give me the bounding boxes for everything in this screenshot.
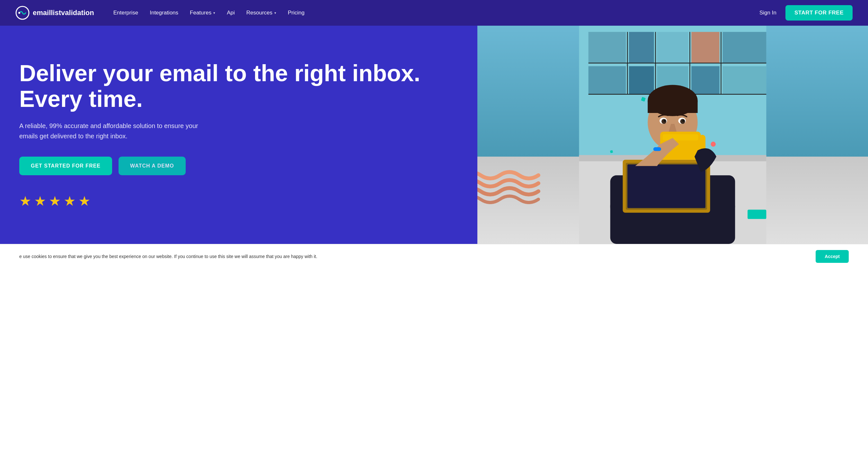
hero-subtitle: A reliable, 99% accurate and affordable … bbox=[19, 121, 212, 141]
start-free-button[interactable]: START FOR FREE bbox=[785, 5, 852, 21]
nav-links: Enterprise Integrations Features ▾ Api R… bbox=[114, 10, 760, 16]
svg-point-34 bbox=[682, 120, 684, 122]
nav-right: Sign In START FOR FREE bbox=[760, 5, 852, 21]
svg-rect-4 bbox=[629, 32, 654, 63]
svg-rect-3 bbox=[589, 32, 626, 63]
star-1: ★ bbox=[19, 193, 31, 209]
hero-buttons: GET STARTED FOR FREE WATCH A DEMO bbox=[19, 157, 477, 175]
hero-title: Deliver your email to the right inbox. E… bbox=[19, 61, 477, 111]
svg-rect-7 bbox=[629, 66, 654, 94]
features-chevron-icon: ▾ bbox=[213, 11, 215, 15]
svg-rect-10 bbox=[722, 32, 766, 63]
star-3: ★ bbox=[49, 193, 61, 209]
svg-point-33 bbox=[664, 120, 665, 122]
nav-enterprise[interactable]: Enterprise bbox=[114, 10, 138, 16]
star-5: ★ bbox=[79, 193, 91, 209]
svg-rect-25 bbox=[627, 164, 706, 208]
star-2: ★ bbox=[34, 193, 46, 209]
nav-features[interactable]: Features ▾ bbox=[190, 10, 215, 16]
svg-rect-38 bbox=[653, 147, 661, 151]
stars-rating: ★ ★ ★ ★ ★ bbox=[19, 193, 477, 209]
resources-chevron-icon: ▾ bbox=[274, 11, 276, 15]
svg-rect-6 bbox=[589, 66, 626, 94]
sign-in-link[interactable]: Sign In bbox=[760, 10, 776, 16]
watch-demo-button[interactable]: WATCH A DEMO bbox=[119, 157, 186, 175]
svg-rect-12 bbox=[722, 66, 766, 94]
logo-icon bbox=[16, 6, 30, 20]
star-4: ★ bbox=[64, 193, 76, 209]
cookie-banner: e use cookies to ensure that we give you… bbox=[0, 244, 868, 269]
logo-text: emaillistvalidation bbox=[33, 9, 94, 17]
hero-person-illustration bbox=[477, 26, 868, 244]
cookie-text: e use cookies to ensure that we give you… bbox=[19, 253, 806, 260]
hero-section: Deliver your email to the right inbox. E… bbox=[0, 26, 868, 244]
svg-point-1 bbox=[18, 12, 20, 14]
nav-integrations[interactable]: Integrations bbox=[150, 10, 178, 16]
svg-rect-5 bbox=[657, 32, 688, 63]
svg-rect-9 bbox=[691, 32, 719, 63]
get-started-button[interactable]: GET STARTED FOR FREE bbox=[19, 157, 112, 175]
cookie-accept-button[interactable]: Accept bbox=[816, 250, 849, 263]
svg-rect-11 bbox=[691, 66, 719, 94]
svg-point-40 bbox=[711, 141, 716, 147]
nav-resources[interactable]: Resources ▾ bbox=[246, 10, 276, 16]
svg-rect-37 bbox=[663, 134, 699, 140]
logo[interactable]: emaillistvalidation bbox=[16, 6, 94, 20]
navbar: emaillistvalidation Enterprise Integrati… bbox=[0, 0, 868, 26]
svg-rect-42 bbox=[747, 209, 766, 219]
nav-pricing[interactable]: Pricing bbox=[288, 10, 305, 16]
wave-decoration bbox=[477, 166, 541, 205]
svg-rect-28 bbox=[648, 100, 698, 113]
hero-content: Deliver your email to the right inbox. E… bbox=[0, 26, 477, 244]
hero-image bbox=[477, 26, 868, 244]
nav-api[interactable]: Api bbox=[227, 10, 235, 16]
